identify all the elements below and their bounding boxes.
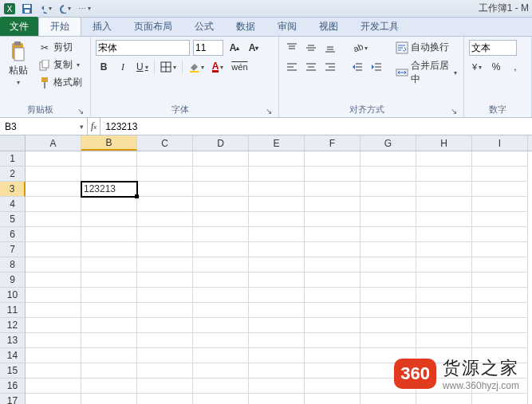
cell[interactable] bbox=[249, 318, 305, 333]
cell[interactable] bbox=[26, 257, 81, 273]
clipboard-dialog-launcher[interactable]: ↘ bbox=[76, 107, 85, 116]
cell[interactable] bbox=[305, 242, 361, 257]
cell[interactable] bbox=[193, 288, 249, 303]
cell[interactable] bbox=[193, 394, 249, 404]
cell[interactable] bbox=[137, 242, 193, 257]
cell[interactable] bbox=[81, 227, 137, 242]
cell[interactable] bbox=[26, 273, 81, 288]
cell[interactable] bbox=[81, 303, 137, 318]
row-header[interactable]: 11 bbox=[0, 303, 26, 318]
cell[interactable] bbox=[137, 318, 193, 333]
paste-button[interactable]: 粘贴 ▾ bbox=[5, 40, 32, 102]
cell[interactable] bbox=[361, 318, 416, 333]
cell[interactable] bbox=[305, 318, 361, 333]
cell[interactable] bbox=[26, 151, 81, 167]
cell[interactable] bbox=[193, 257, 249, 273]
row-header[interactable]: 3 bbox=[0, 182, 26, 197]
column-header[interactable]: C bbox=[137, 135, 193, 151]
cell[interactable] bbox=[361, 197, 416, 212]
column-header[interactable]: I bbox=[472, 135, 528, 151]
cell[interactable] bbox=[81, 167, 137, 182]
cell[interactable] bbox=[137, 212, 193, 227]
cell[interactable] bbox=[305, 257, 361, 273]
cell[interactable] bbox=[26, 242, 81, 257]
cell[interactable] bbox=[26, 318, 81, 333]
cell[interactable] bbox=[81, 257, 137, 273]
tab-file[interactable]: 文件 bbox=[0, 17, 38, 36]
cell[interactable] bbox=[305, 379, 361, 394]
row-header[interactable]: 14 bbox=[0, 348, 26, 363]
merge-center-button[interactable]: 合并后居中 bbox=[394, 58, 459, 87]
cell[interactable] bbox=[193, 273, 249, 288]
row-header[interactable]: 6 bbox=[0, 227, 26, 242]
select-all-corner[interactable] bbox=[0, 135, 26, 151]
cell[interactable] bbox=[137, 151, 193, 167]
cell[interactable] bbox=[81, 333, 137, 348]
qat-customize-icon[interactable]: ⋯ bbox=[77, 2, 93, 15]
cell[interactable] bbox=[361, 257, 416, 273]
cell[interactable] bbox=[81, 348, 137, 363]
cell[interactable] bbox=[416, 288, 472, 303]
cell[interactable] bbox=[137, 333, 193, 348]
font-size-combo[interactable] bbox=[193, 40, 223, 56]
cell[interactable] bbox=[249, 379, 305, 394]
cell[interactable] bbox=[137, 303, 193, 318]
cell[interactable] bbox=[305, 197, 361, 212]
cell[interactable] bbox=[472, 197, 528, 212]
cell[interactable] bbox=[26, 288, 81, 303]
cell[interactable] bbox=[81, 212, 137, 227]
cell[interactable] bbox=[137, 182, 193, 197]
cell[interactable] bbox=[137, 227, 193, 242]
cell[interactable] bbox=[416, 197, 472, 212]
cell[interactable] bbox=[305, 273, 361, 288]
cell[interactable] bbox=[472, 182, 528, 197]
cell[interactable] bbox=[137, 394, 193, 404]
cell[interactable] bbox=[193, 167, 249, 182]
cell[interactable] bbox=[137, 288, 193, 303]
wrap-text-button[interactable]: 自动换行 bbox=[394, 40, 459, 55]
cell[interactable] bbox=[26, 182, 81, 197]
row-header[interactable]: 5 bbox=[0, 212, 26, 227]
cell[interactable] bbox=[305, 227, 361, 242]
cell[interactable] bbox=[249, 303, 305, 318]
cell[interactable] bbox=[416, 212, 472, 227]
tab-page-layout[interactable]: 页面布局 bbox=[123, 17, 183, 36]
cell[interactable] bbox=[81, 363, 137, 379]
cell[interactable] bbox=[249, 197, 305, 212]
cell[interactable] bbox=[137, 363, 193, 379]
cell[interactable] bbox=[249, 363, 305, 379]
column-header[interactable]: B bbox=[81, 135, 137, 151]
cell[interactable] bbox=[305, 348, 361, 363]
align-center-icon[interactable] bbox=[303, 59, 319, 75]
cell[interactable] bbox=[81, 288, 137, 303]
increase-font-icon[interactable]: A▴ bbox=[227, 40, 242, 56]
cell[interactable] bbox=[26, 394, 81, 404]
cell[interactable] bbox=[361, 242, 416, 257]
cell[interactable] bbox=[26, 363, 81, 379]
cell[interactable] bbox=[81, 151, 137, 167]
cell[interactable] bbox=[416, 318, 472, 333]
cell[interactable] bbox=[193, 212, 249, 227]
cell[interactable] bbox=[361, 394, 416, 404]
row-header[interactable]: 2 bbox=[0, 167, 26, 182]
cell[interactable] bbox=[361, 303, 416, 318]
cell[interactable] bbox=[305, 394, 361, 404]
cell[interactable] bbox=[137, 197, 193, 212]
cell[interactable] bbox=[81, 273, 137, 288]
underline-button[interactable]: U bbox=[134, 59, 151, 75]
row-header[interactable]: 7 bbox=[0, 242, 26, 257]
save-icon[interactable] bbox=[19, 2, 35, 15]
cell[interactable] bbox=[472, 167, 528, 182]
cell[interactable] bbox=[361, 182, 416, 197]
row-header[interactable]: 1 bbox=[0, 151, 26, 167]
tab-developer[interactable]: 开发工具 bbox=[349, 17, 410, 36]
increase-indent-icon[interactable] bbox=[368, 59, 384, 75]
cell[interactable] bbox=[361, 333, 416, 348]
cell[interactable] bbox=[137, 273, 193, 288]
cell[interactable] bbox=[81, 318, 137, 333]
cell[interactable] bbox=[249, 288, 305, 303]
cell[interactable] bbox=[305, 288, 361, 303]
undo-icon[interactable] bbox=[38, 2, 54, 15]
percent-button[interactable]: % bbox=[488, 59, 504, 75]
decrease-indent-icon[interactable] bbox=[349, 59, 365, 75]
